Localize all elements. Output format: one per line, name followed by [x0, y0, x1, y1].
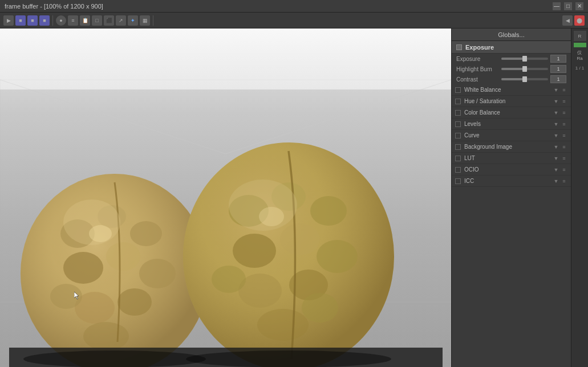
- slider-exposure-thumb[interactable]: [522, 56, 527, 62]
- background-image-icon-1[interactable]: ▼: [553, 144, 559, 150]
- tool-icon-8[interactable]: □: [92, 15, 102, 26]
- exposure-label: Exposure: [465, 44, 494, 51]
- color-balance-icon-2[interactable]: ≡: [561, 109, 567, 116]
- tool-icon-11[interactable]: ✦: [128, 15, 138, 26]
- tool-icon-10[interactable]: ↗: [116, 15, 126, 26]
- slider-contrast-fill: [501, 78, 525, 80]
- color-balance-icons: ▼ ≡: [553, 109, 567, 116]
- background-image-icon-2[interactable]: ≡: [561, 144, 567, 150]
- toolbar: ▶ ■ ■ ■ ● ≡ 📋 □ ⬛ ↗ ✦ ▦ ◀ ⬤: [0, 13, 588, 28]
- panel-title: Globals...: [498, 31, 524, 38]
- icc-icons: ▼ ≡: [553, 178, 567, 185]
- tool-icon-9[interactable]: ⬛: [104, 15, 114, 26]
- slider-exposure-track[interactable]: [501, 58, 548, 60]
- tool-icon-right-1[interactable]: ◀: [562, 15, 573, 26]
- tool-icon-4[interactable]: ■: [39, 15, 50, 26]
- tool-icon-5[interactable]: ●: [56, 15, 66, 26]
- lut-icons: ▼ ≡: [553, 155, 567, 162]
- tool-icon-right-2[interactable]: ⬤: [574, 15, 585, 26]
- list-item-background-image[interactable]: Background Image ▼ ≡: [452, 141, 571, 153]
- levels-checkbox[interactable]: [455, 121, 461, 127]
- list-item-ocio[interactable]: OCIO ▼ ≡: [452, 164, 571, 176]
- tool-icon-2[interactable]: ■: [15, 15, 26, 26]
- list-item-white-balance[interactable]: White Balance ▼ ≡: [452, 84, 571, 96]
- background-image-icons: ▼ ≡: [553, 144, 567, 150]
- icc-icon-1[interactable]: ▼: [553, 178, 559, 185]
- panel-header: Globals...: [452, 28, 571, 41]
- levels-icons: ▼ ≡: [553, 121, 567, 128]
- lut-checkbox[interactable]: [455, 156, 461, 161]
- separator-2: [153, 15, 153, 26]
- tool-icon-3[interactable]: ■: [27, 15, 38, 26]
- slider-row-contrast: Contrast 1: [452, 74, 571, 84]
- tool-icon-1[interactable]: ▶: [3, 15, 14, 26]
- slider-exposure-value[interactable]: 1: [550, 55, 566, 63]
- color-balance-checkbox[interactable]: [455, 110, 461, 116]
- svg-point-9: [63, 252, 103, 284]
- curve-icon-1[interactable]: ▼: [553, 132, 559, 139]
- hue-saturation-icon-2[interactable]: ≡: [561, 98, 567, 105]
- white-balance-icon-1[interactable]: ▼: [553, 87, 559, 93]
- svg-point-22: [310, 196, 347, 226]
- list-item-lut[interactable]: LUT ▼ ≡: [452, 153, 571, 164]
- exposure-checkbox[interactable]: [456, 44, 462, 50]
- svg-point-25: [317, 240, 358, 273]
- slider-highlight-thumb[interactable]: [522, 66, 527, 72]
- curve-checkbox[interactable]: [455, 133, 461, 138]
- close-button[interactable]: ✕: [575, 2, 583, 10]
- list-item-color-balance[interactable]: Color Balance ▼ ≡: [452, 107, 571, 119]
- ocio-icons: ▼ ≡: [553, 166, 567, 173]
- svg-point-28: [212, 266, 246, 293]
- viewport[interactable]: [0, 28, 451, 367]
- slider-contrast-value[interactable]: 1: [550, 75, 566, 83]
- exposure-section-header[interactable]: Exposure: [452, 41, 571, 54]
- side-label-1: 仅: [577, 50, 582, 56]
- color-balance-icon-1[interactable]: ▼: [553, 109, 559, 116]
- list-item-curve[interactable]: Curve ▼ ≡: [452, 130, 571, 141]
- svg-point-14: [50, 284, 82, 309]
- far-right-panel: R 仅 Ra 1 / 1: [571, 28, 588, 367]
- render-canvas: [0, 28, 451, 367]
- slider-contrast-track[interactable]: [501, 78, 548, 80]
- tool-icon-6[interactable]: ≡: [68, 15, 78, 26]
- lut-icon-2[interactable]: ≡: [561, 155, 567, 162]
- ocio-icon-1[interactable]: ▼: [553, 166, 559, 173]
- list-item-hue-saturation[interactable]: Hue / Saturation ▼ ≡: [452, 96, 571, 107]
- channel-r[interactable]: R: [574, 31, 586, 41]
- slider-highlight-track[interactable]: [501, 68, 548, 70]
- lut-icon-1[interactable]: ▼: [553, 155, 559, 162]
- slider-row-exposure: Exposure 1: [452, 54, 571, 64]
- icc-checkbox[interactable]: [455, 178, 461, 184]
- slider-highlight-label: Highlight Burn: [456, 66, 499, 72]
- slider-exposure-label: Exposure: [456, 56, 499, 62]
- curve-icon-2[interactable]: ≡: [561, 132, 567, 139]
- white-balance-icon-2[interactable]: ≡: [561, 87, 567, 93]
- white-balance-checkbox[interactable]: [455, 87, 461, 93]
- slider-row-highlight: Highlight Burn 1: [452, 64, 571, 74]
- levels-icon-2[interactable]: ≡: [561, 121, 567, 128]
- svg-point-30: [302, 293, 338, 323]
- levels-icon-1[interactable]: ▼: [553, 121, 559, 128]
- side-label-2: Ra: [577, 56, 582, 62]
- tool-icon-7[interactable]: 📋: [80, 15, 90, 26]
- tool-icon-12[interactable]: ▦: [140, 15, 150, 26]
- svg-point-11: [139, 259, 176, 288]
- svg-point-35: [186, 350, 391, 367]
- slider-highlight-value[interactable]: 1: [550, 65, 566, 73]
- maximize-button[interactable]: □: [564, 2, 572, 10]
- background-image-checkbox[interactable]: [455, 144, 461, 150]
- ocio-label: OCIO: [464, 166, 549, 173]
- window-title: frame buffer - [100% of 1200 x 900]: [5, 3, 103, 10]
- ocio-icon-2[interactable]: ≡: [561, 166, 567, 173]
- slider-contrast-thumb[interactable]: [522, 76, 527, 82]
- hue-saturation-checkbox[interactable]: [455, 99, 461, 104]
- separator-1: [52, 15, 53, 26]
- walnuts: [0, 28, 451, 367]
- list-item-icc[interactable]: ICC ▼ ≡: [452, 176, 571, 187]
- svg-point-8: [130, 221, 162, 246]
- minimize-button[interactable]: —: [553, 2, 561, 10]
- ocio-checkbox[interactable]: [455, 167, 461, 173]
- hue-saturation-icon-1[interactable]: ▼: [553, 98, 559, 105]
- list-item-levels[interactable]: Levels ▼ ≡: [452, 119, 571, 130]
- icc-icon-2[interactable]: ≡: [561, 178, 567, 185]
